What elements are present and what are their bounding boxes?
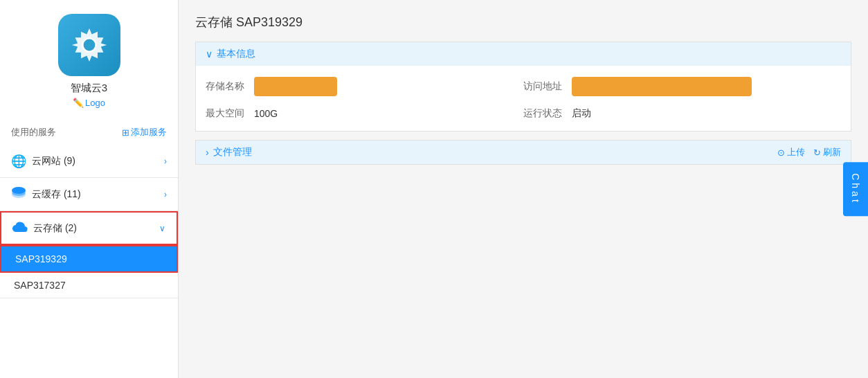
- sidebar-item-left: 云存储 (2): [12, 221, 77, 235]
- services-header: 使用的服务 ⊞ 添加服务: [0, 119, 178, 145]
- max-space-label: 最大空间: [206, 107, 247, 120]
- file-management-header[interactable]: › 文件管理 ⊙ 上传 ↻ 刷新: [196, 141, 851, 164]
- svg-point-1: [83, 39, 95, 51]
- basic-info-content: 存储名称 访问地址 最大空间 100G 运行状态 启动: [196, 66, 851, 131]
- run-status-label: 运行状态: [523, 107, 565, 120]
- info-grid: 存储名称 访问地址 最大空间 100G 运行状态 启动: [206, 77, 841, 120]
- sidebar-item-cloud-storage-header[interactable]: 云存储 (2) ∨: [0, 211, 178, 245]
- storage-name-row: 存储名称: [206, 77, 523, 96]
- sub-item-SAP319329[interactable]: SAP319329: [0, 245, 178, 273]
- sidebar-item-cloud-website-header[interactable]: 🌐 云网站 (9) ›: [0, 145, 178, 177]
- file-management-title: 文件管理: [213, 146, 252, 159]
- sidebar-item-cloud-website: 🌐 云网站 (9) ›: [0, 145, 178, 178]
- basic-info-title: 基本信息: [217, 48, 255, 60]
- file-management-panel: › 文件管理 ⊙ 上传 ↻ 刷新: [195, 140, 851, 165]
- sidebar-item-left: 云缓存 (11): [11, 186, 81, 202]
- max-space-value: 100G: [254, 108, 278, 119]
- plus-icon: ⊞: [122, 127, 129, 138]
- run-status-row: 运行状态 启动: [523, 107, 841, 120]
- chevron-right-icon: ›: [164, 156, 167, 166]
- run-status-value: 启动: [572, 107, 591, 120]
- access-url-row: 访问地址: [523, 77, 841, 96]
- add-service-button[interactable]: ⊞ 添加服务: [122, 126, 167, 138]
- basic-info-panel: ∨ 基本信息 存储名称 访问地址 最大空间 100G 运行状态: [195, 42, 851, 132]
- access-url-value: [572, 77, 752, 96]
- cloud-storage-label: 云存储 (2): [33, 222, 77, 235]
- sidebar-item-cloud-cache: 云缓存 (11) ›: [0, 178, 178, 211]
- internet-explorer-icon: 🌐: [11, 154, 26, 169]
- sidebar-item-cloud-storage: 云存储 (2) ∨ SAP319329 SAP317327: [0, 211, 178, 298]
- basic-info-header[interactable]: ∨ 基本信息: [196, 42, 851, 66]
- cloud-cache-icon: [11, 186, 26, 202]
- gear-svg-icon: [69, 24, 110, 66]
- edit-icon: ✏️: [73, 98, 84, 108]
- sub-item-SAP317327[interactable]: SAP317327: [0, 273, 178, 298]
- chevron-down-icon: ∨: [159, 224, 165, 233]
- access-url-label: 访问地址: [523, 80, 565, 93]
- cloud-cache-label: 云缓存 (11): [32, 188, 81, 201]
- storage-name-label: 存储名称: [206, 80, 247, 93]
- max-space-row: 最大空间 100G: [206, 107, 523, 120]
- sidebar-item-cloud-cache-header[interactable]: 云缓存 (11) ›: [0, 178, 178, 210]
- cloud-website-label: 云网站 (9): [32, 155, 75, 168]
- logo-link[interactable]: ✏️ Logo: [73, 98, 105, 108]
- refresh-button[interactable]: ↻ 刷新: [813, 146, 841, 159]
- cloud-storage-icon: [12, 221, 28, 235]
- file-header-left: › 文件管理: [206, 146, 252, 159]
- refresh-icon: ↻: [813, 147, 821, 158]
- sidebar-item-left: 🌐 云网站 (9): [11, 154, 75, 169]
- chevron-right-icon: ›: [164, 190, 167, 199]
- chat-label: Chat: [850, 173, 861, 205]
- sidebar-list: 🌐 云网站 (9) › 云缓存 (11): [0, 145, 178, 298]
- sidebar: 智城云3 ✏️ Logo 使用的服务 ⊞ 添加服务 🌐 云网站 (9) ›: [0, 0, 179, 378]
- upload-icon: ⊙: [777, 147, 785, 158]
- toggle-icon: ∨: [206, 48, 213, 60]
- file-header-right: ⊙ 上传 ↻ 刷新: [777, 146, 841, 159]
- cloud-storage-sub-items: SAP319329 SAP317327: [0, 245, 178, 298]
- app-logo-icon: [58, 14, 120, 76]
- services-label: 使用的服务: [11, 126, 56, 138]
- logo-area: 智城云3 ✏️ Logo: [58, 14, 120, 108]
- svg-point-4: [12, 187, 26, 194]
- storage-name-value: [254, 77, 337, 96]
- page-title: 云存储 SAP319329: [195, 14, 851, 30]
- upload-button[interactable]: ⊙ 上传: [777, 146, 805, 159]
- toggle-icon: ›: [206, 147, 209, 158]
- chat-button[interactable]: Chat: [843, 162, 868, 216]
- app-name: 智城云3: [71, 82, 107, 95]
- main-content: 云存储 SAP319329 ∨ 基本信息 存储名称 访问地址 最大空间 100G: [179, 0, 868, 378]
